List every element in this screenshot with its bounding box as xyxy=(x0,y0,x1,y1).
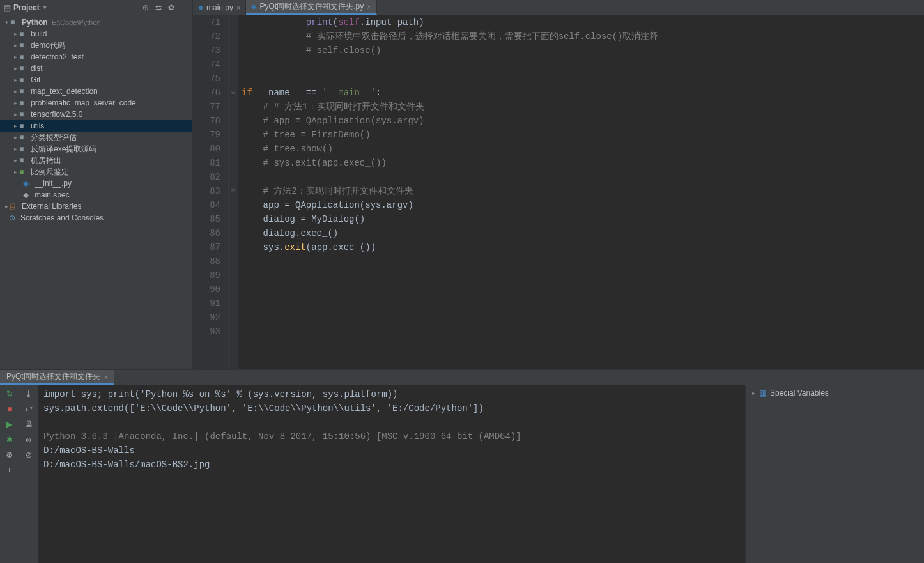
line-number[interactable]: 90 xyxy=(193,282,220,297)
fold-marker[interactable] xyxy=(229,254,238,268)
fold-marker[interactable] xyxy=(229,72,238,86)
chevron-right-icon[interactable]: ▸ xyxy=(12,146,19,152)
fold-marker[interactable] xyxy=(229,198,238,212)
history-icon[interactable]: ∞ xyxy=(24,435,34,445)
tree-folder[interactable]: ▸ ■ utils xyxy=(0,120,192,132)
line-number[interactable]: 79 xyxy=(193,128,220,142)
line-number[interactable]: 93 xyxy=(193,325,220,339)
fold-marker[interactable] xyxy=(229,282,238,297)
tree-folder[interactable]: ▸ ■ 分类模型评估 xyxy=(0,132,192,143)
close-icon[interactable]: × xyxy=(367,3,371,11)
code-line[interactable]: # 实际环境中双击路径后，选择对话框需要关闭，需要把下面的self.close(… xyxy=(242,29,924,43)
line-number[interactable]: 77 xyxy=(193,100,220,114)
chevron-right-icon[interactable]: ▸ xyxy=(12,123,19,129)
line-number[interactable]: 85 xyxy=(193,212,220,226)
chevron-down-icon[interactable]: ▾ xyxy=(3,19,10,26)
chevron-right-icon[interactable]: ▸ xyxy=(12,77,19,83)
code-line[interactable]: # # 方法1：实现同时打开文件和文件夹 xyxy=(242,100,924,114)
line-number[interactable]: 72 xyxy=(193,29,220,43)
code-line[interactable]: dialog.exec_() xyxy=(242,226,924,240)
code-line[interactable]: # sys.exit(app.exec_()) xyxy=(242,156,924,170)
print-icon[interactable]: 🖶 xyxy=(24,419,34,429)
fold-marker[interactable] xyxy=(229,100,238,114)
chevron-right-icon[interactable]: ▸ xyxy=(12,111,19,118)
line-number[interactable]: 88 xyxy=(193,254,220,268)
tree-folder[interactable]: ▸ ■ Git xyxy=(0,74,192,86)
line-number[interactable]: 83 xyxy=(193,184,220,198)
variables-panel[interactable]: ▸ ▦ Special Variables xyxy=(745,385,924,563)
tree-folder[interactable]: ▸ ■ tensorflow2.5.0 xyxy=(0,109,192,120)
chevron-right-icon[interactable]: ▸ xyxy=(12,134,19,141)
tree-folder[interactable]: ▸ ■ dist xyxy=(0,63,192,74)
fold-marker[interactable]: ⊟ xyxy=(229,86,238,100)
fold-marker[interactable] xyxy=(229,128,238,142)
console-output[interactable]: import sys; print('Python %s on %s' % (s… xyxy=(38,385,745,563)
line-number[interactable]: 78 xyxy=(193,114,220,128)
editor-tab[interactable]: ◆ main.py × xyxy=(193,0,246,15)
code-line[interactable] xyxy=(242,170,924,184)
fold-column[interactable]: ⊟⊟ xyxy=(229,15,238,369)
tree-folder[interactable]: ▸ ■ build xyxy=(0,28,192,40)
line-number[interactable]: 75 xyxy=(193,72,220,86)
fold-marker[interactable] xyxy=(229,240,238,254)
line-number[interactable]: 73 xyxy=(193,43,220,58)
line-number[interactable]: ▶76 xyxy=(193,86,220,100)
code-content[interactable]: print(self.input_path) # 实际环境中双击路径后，选择对话… xyxy=(238,15,924,369)
fold-marker[interactable] xyxy=(229,142,238,156)
settings-icon[interactable]: ⚙ xyxy=(4,450,15,460)
scroll-icon[interactable]: ⭳ xyxy=(24,389,34,399)
add-icon[interactable]: + xyxy=(4,465,15,475)
code-line[interactable]: # tree.show() xyxy=(242,142,924,156)
close-icon[interactable]: × xyxy=(104,373,108,381)
fold-marker[interactable] xyxy=(229,325,238,339)
fold-marker[interactable] xyxy=(229,156,238,170)
code-line[interactable]: app = QApplication(sys.argv) xyxy=(242,198,924,212)
line-number[interactable]: 91 xyxy=(193,297,220,311)
external-libraries[interactable]: ▸ ⌸ External Libraries xyxy=(0,201,192,212)
code-line[interactable] xyxy=(242,268,924,282)
fold-marker[interactable] xyxy=(229,226,238,240)
fold-marker[interactable] xyxy=(229,15,238,29)
tree-folder[interactable]: ▸ ■ detectron2_test xyxy=(0,51,192,63)
clear-icon[interactable]: ⊘ xyxy=(24,450,34,460)
console-tab[interactable]: PyQt同时选择文件和文件夹 × xyxy=(0,370,114,385)
chevron-right-icon[interactable]: ▸ xyxy=(12,157,19,164)
gear-icon[interactable]: ✿ xyxy=(168,3,174,12)
project-tree[interactable]: ▾ ■ Python E:\Code\Python ▸ ■ build ▸ ■ … xyxy=(0,15,192,369)
editor-tab[interactable]: ◆ PyQt同时选择文件和文件夹.py × xyxy=(246,0,376,15)
fold-marker[interactable] xyxy=(229,43,238,58)
chevron-right-icon[interactable]: ▸ xyxy=(12,31,19,37)
rerun-icon[interactable]: ↻ xyxy=(4,389,15,399)
code-line[interactable] xyxy=(242,325,924,339)
run-icon[interactable]: ▶ xyxy=(4,419,15,429)
fold-marker[interactable] xyxy=(229,170,238,184)
chevron-right-icon[interactable]: ▸ xyxy=(12,65,19,72)
line-number[interactable]: 92 xyxy=(193,311,220,325)
code-line[interactable]: # self.close() xyxy=(242,43,924,58)
code-area[interactable]: 7172737475▶76777879808182838485868788899… xyxy=(193,15,924,369)
fold-marker[interactable] xyxy=(229,114,238,128)
tree-folder[interactable]: ▸ ■ problematic_map_server_code xyxy=(0,97,192,109)
gutter[interactable]: 7172737475▶76777879808182838485868788899… xyxy=(193,15,229,369)
chevron-right-icon[interactable]: ▸ xyxy=(3,203,10,210)
fold-marker[interactable]: ⊟ xyxy=(229,184,238,198)
line-number[interactable]: 71 xyxy=(193,15,220,29)
expand-icon[interactable]: ⇆ xyxy=(155,3,162,12)
fold-marker[interactable] xyxy=(229,212,238,226)
chevron-right-icon[interactable]: ▸ xyxy=(752,390,755,396)
chevron-right-icon[interactable]: ▸ xyxy=(12,169,19,175)
tree-folder[interactable]: ▸ ■ 反编译exe提取源码 xyxy=(0,143,192,155)
chevron-right-icon[interactable]: ▸ xyxy=(12,100,19,106)
line-number[interactable]: 86 xyxy=(193,226,220,240)
code-line[interactable]: # 方法2：实现同时打开文件和文件夹 xyxy=(242,184,924,198)
stop-icon[interactable]: ■ xyxy=(4,404,15,414)
code-line[interactable] xyxy=(242,72,924,86)
tree-root[interactable]: ▾ ■ Python E:\Code\Python xyxy=(0,17,192,28)
dropdown-icon[interactable]: ▼ xyxy=(42,4,48,11)
tree-folder[interactable]: ▸ ■ 比例尺鉴定 xyxy=(0,166,192,178)
close-icon[interactable]: × xyxy=(236,4,240,12)
code-line[interactable]: # app = QApplication(sys.argv) xyxy=(242,114,924,128)
line-number[interactable]: 84 xyxy=(193,198,220,212)
tree-folder[interactable]: ▸ ■ 机房拷出 xyxy=(0,155,192,166)
line-number[interactable]: 81 xyxy=(193,156,220,170)
